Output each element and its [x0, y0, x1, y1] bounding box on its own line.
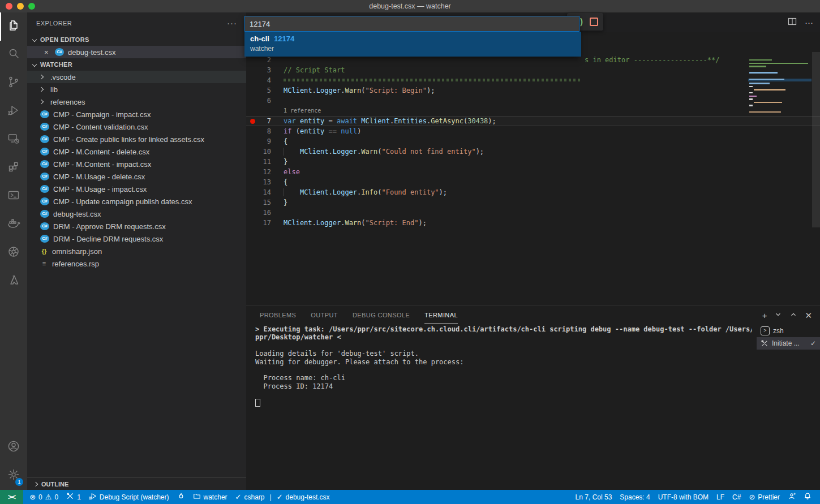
title-bar[interactable]: debug-test.csx — watcher — [0, 0, 820, 12]
explorer-icon — [7, 19, 20, 35]
status-eol[interactable]: LF — [712, 490, 728, 504]
quick-input-field[interactable] — [244, 16, 579, 32]
activity-item-run-and-debug[interactable] — [0, 97, 27, 126]
file-item[interactable]: C#CMP - Content validation.csx — [27, 120, 246, 133]
quick-input-result-item[interactable]: ch-cli12174 watcher — [244, 32, 581, 57]
breakpoint-icon[interactable] — [250, 119, 255, 124]
editor-scrollbar[interactable] — [812, 52, 820, 227]
file-item[interactable]: C#CMP - M.Content - delete.csx — [27, 145, 246, 158]
activity-item-remote-explorer[interactable] — [0, 126, 27, 154]
open-editor-item[interactable]: × C# debug-test.csx — [27, 46, 246, 58]
code-line-14[interactable]: 14 MClient.Logger.Info("Found entity"); — [246, 187, 820, 197]
activity-item-kubernetes[interactable] — [0, 239, 27, 267]
new-terminal-icon[interactable]: + — [762, 312, 767, 320]
terminal-line: Loading details for 'debug-test' script. — [255, 350, 752, 357]
code-line-7[interactable]: 7var entity = await MClient.Entities.Get… — [246, 116, 820, 126]
close-icon[interactable]: × — [44, 48, 51, 57]
activity-item-accounts[interactable] — [0, 433, 27, 462]
file-item[interactable]: C#DRM - Approve DRM requests.csx — [27, 220, 246, 232]
tab-output[interactable]: OUTPUT — [311, 306, 338, 324]
code-line-15[interactable]: 15} — [246, 197, 820, 208]
terminal-output[interactable]: > Executing task: /Users/ppr/src/sitecor… — [255, 325, 752, 489]
status-divider[interactable]: | — [269, 490, 273, 504]
file-item[interactable]: C#CMP - Campaign - impact.csx — [27, 108, 246, 120]
outline-section-header[interactable]: OUTLINE — [27, 477, 246, 490]
status-running-tasks[interactable]: 1 — [62, 490, 85, 504]
file-item[interactable]: C#CMP - Update campaign publish dates.cs… — [27, 195, 246, 208]
chevron-down-icon[interactable] — [774, 311, 782, 321]
csharp-file-icon: C# — [55, 48, 64, 56]
code-line-12[interactable]: 12else — [246, 167, 820, 177]
folder-label: lib — [50, 85, 58, 94]
stop-icon[interactable] — [590, 18, 598, 26]
status-indentation[interactable]: Spaces: 4 — [616, 490, 654, 504]
code-line-6[interactable]: 6 — [246, 96, 820, 106]
status-csharp-status[interactable]: ✓csharp — [231, 490, 269, 504]
tab-problems[interactable]: PROBLEMS — [260, 306, 296, 324]
minimize-window-button[interactable] — [17, 3, 24, 10]
activity-item-powershell[interactable] — [0, 182, 27, 210]
split-editor-icon[interactable] — [788, 17, 797, 28]
file-item[interactable]: {}omnisharp.json — [27, 245, 246, 257]
editor-more-actions-icon[interactable]: ··· — [805, 18, 813, 27]
close-window-button[interactable] — [6, 3, 12, 10]
codelens[interactable]: 1 reference — [246, 106, 820, 116]
tab-terminal[interactable]: TERMINAL — [424, 306, 458, 324]
code-line-16[interactable]: 16 — [246, 208, 820, 218]
maximize-panel-icon[interactable] — [789, 311, 797, 321]
activity-item-explorer[interactable] — [0, 12, 27, 41]
status-problems[interactable]: ⊗0⚠0 — [25, 490, 62, 504]
status-prettier[interactable]: ⊘Prettier — [745, 490, 784, 504]
code-line-10[interactable]: 10 MClient.Logger.Warn("Could not find e… — [246, 147, 820, 157]
file-item[interactable]: C#CMP - Create public links for linked a… — [27, 133, 246, 145]
open-editors-header[interactable]: OPEN EDITORS — [27, 33, 246, 46]
code-line-content: { — [284, 177, 287, 187]
activity-item-source-control[interactable] — [0, 69, 27, 97]
code-line-9[interactable]: 9{ — [246, 136, 820, 147]
code-line-17[interactable]: 17MClient.Logger.Warn("Script: End"); — [246, 218, 820, 228]
status-workspace-folder[interactable]: watcher — [189, 490, 231, 504]
folder-item-references[interactable]: references — [27, 96, 246, 108]
code-line-5[interactable]: 5MClient.Logger.Warn("Script: Begin"); — [246, 85, 820, 96]
activity-item-extensions[interactable] — [0, 154, 27, 182]
status-language-mode[interactable]: C# — [728, 490, 745, 504]
restart-icon[interactable]: ) — [579, 17, 584, 27]
activity-item-azure[interactable] — [0, 267, 27, 295]
status-encoding[interactable]: UTF-8 with BOM — [654, 490, 712, 504]
activity-item-docker[interactable] — [0, 210, 27, 239]
status-debug-task[interactable]: Debug Script (watcher) — [85, 490, 173, 504]
code-editor[interactable]: 12s in editor ------------------**/3// S… — [246, 32, 820, 305]
watcher-section-header[interactable]: WATCHER — [27, 58, 246, 71]
maximize-window-button[interactable] — [28, 3, 35, 10]
code-line-3[interactable]: 3// Script Start — [246, 65, 820, 75]
code-line-11[interactable]: 11} — [246, 157, 820, 167]
more-actions-icon[interactable]: ··· — [227, 18, 237, 28]
activity-item-search[interactable] — [0, 41, 27, 69]
file-item[interactable]: C#debug-test.csx — [27, 208, 246, 220]
status-file-status[interactable]: ✓debug-test.csx — [273, 490, 334, 504]
flame-icon — [177, 492, 185, 502]
code-line-8[interactable]: 8if (entity == null) — [246, 126, 820, 136]
code-line-content: MClient.Logger.Warn("Script: End"); — [284, 218, 427, 228]
close-panel-icon[interactable]: ✕ — [805, 312, 812, 320]
terminal-list-item-zsh[interactable]: > zsh — [757, 325, 820, 337]
activity-item-settings[interactable]: 1 — [0, 462, 27, 490]
file-item[interactable]: C#CMP - M.Usage - impact.csx — [27, 183, 246, 195]
status-flame[interactable] — [173, 490, 189, 504]
file-item[interactable]: C#CMP - M.Content - impact.csx — [27, 158, 246, 170]
status-notifications[interactable] — [800, 490, 815, 504]
status-remote-indicator[interactable]: >< — [0, 490, 23, 504]
folder-item-.vscode[interactable]: .vscode — [27, 71, 246, 83]
file-item[interactable]: ≡references.rsp — [27, 257, 246, 270]
terminal-list-item-task[interactable]: Initiate ... ✓ — [757, 337, 820, 350]
file-item[interactable]: C#CMP - M.Usage - delete.csx — [27, 170, 246, 183]
file-item[interactable]: C#DRM - Decline DRM requests.csx — [27, 232, 246, 245]
status-feedback[interactable] — [784, 490, 800, 504]
panel-tabs: PROBLEMSOUTPUTDEBUG CONSOLETERMINAL — [246, 306, 820, 324]
minimap[interactable] — [748, 59, 812, 114]
minimap-line — [748, 105, 812, 106]
code-line-13[interactable]: 13{ — [246, 177, 820, 187]
tab-debug-console[interactable]: DEBUG CONSOLE — [353, 306, 410, 324]
status-cursor-position[interactable]: Ln 7, Col 53 — [572, 490, 616, 504]
folder-item-lib[interactable]: lib — [27, 83, 246, 96]
